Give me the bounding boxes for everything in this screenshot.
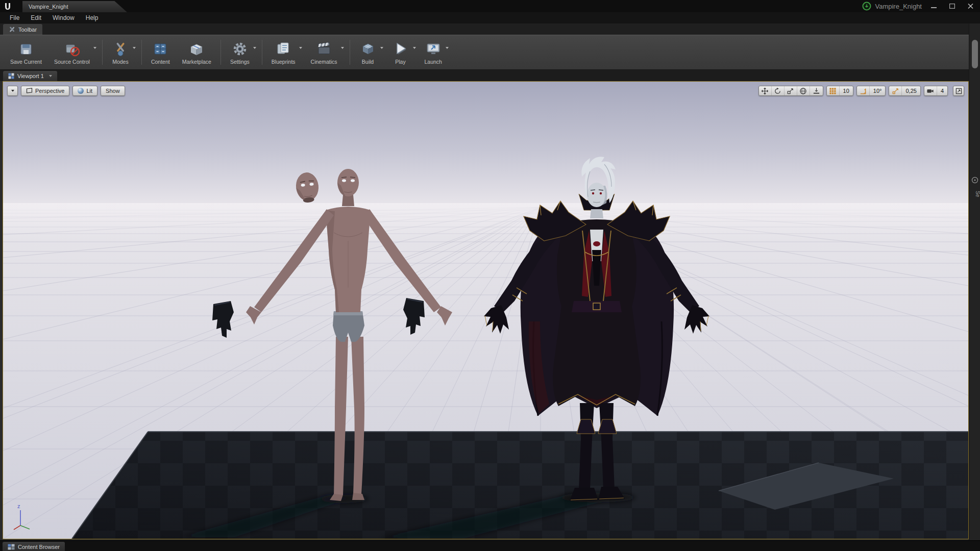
toolbar-button-label: Blueprints	[272, 59, 296, 65]
viewport-tab[interactable]: Viewport 1	[3, 71, 57, 81]
dock-drag-handle[interactable]	[972, 40, 978, 68]
play-button[interactable]: Play	[386, 37, 419, 67]
camera-speed-value[interactable]: 4	[937, 86, 947, 95]
titlebar: Vampire_Knight Vampire_Knight	[0, 0, 980, 12]
settings-button[interactable]: Settings	[224, 37, 259, 67]
perspective-button[interactable]: Perspective	[21, 86, 69, 96]
toolbar-button-label: Launch	[425, 59, 442, 65]
viewport-options-button[interactable]	[7, 86, 18, 96]
toolbar-separator	[141, 40, 142, 65]
window-close-button[interactable]	[964, 2, 977, 11]
angle-snap-toggle[interactable]	[857, 86, 870, 95]
build-icon	[359, 40, 377, 58]
window-minimize-button[interactable]	[927, 2, 940, 11]
viewport-maximize-button[interactable]	[953, 86, 964, 96]
sky	[3, 82, 968, 209]
axis-gizmo: z	[11, 502, 42, 533]
toolbar-button-label: Cinematics	[311, 59, 337, 65]
grid-snap-toggle[interactable]	[827, 86, 840, 95]
chevron-down-icon[interactable]	[93, 47, 96, 49]
source-control-button[interactable]: Source Control	[48, 37, 99, 67]
content-icon	[152, 40, 169, 58]
titlebar-right: Vampire_Knight	[862, 0, 980, 12]
maximize-viewport-icon	[955, 88, 962, 94]
toolbar-tab[interactable]: Toolbar	[3, 24, 42, 35]
scale-tool-button[interactable]	[785, 86, 797, 95]
translate-tool-button[interactable]	[759, 86, 772, 95]
save-current-button[interactable]: Save Current	[4, 37, 48, 67]
marketplace-button[interactable]: Marketplace	[176, 37, 217, 67]
blueprints-button[interactable]: Blueprints	[265, 37, 305, 67]
toolbar-buttons-row: Save Current Source Control Modes	[0, 35, 969, 70]
modes-icon	[112, 40, 129, 58]
grid-snap-group: 10	[826, 86, 853, 96]
chevron-down-icon[interactable]	[446, 47, 449, 49]
content-browser-tab[interactable]: Content Browser	[3, 542, 65, 551]
content-button[interactable]: Content	[145, 37, 176, 67]
project-tab[interactable]: Vampire_Knight	[22, 1, 127, 12]
save-icon	[17, 40, 35, 58]
toolbar-separator	[262, 40, 262, 65]
launch-button[interactable]: Launch	[419, 37, 451, 67]
angle-snap-value[interactable]: 10°	[870, 86, 886, 95]
chevron-down-icon[interactable]	[49, 75, 52, 77]
chevron-down-icon	[11, 90, 14, 92]
rotate-tool-button[interactable]	[772, 86, 785, 95]
collapsed-tab-icon[interactable]	[971, 177, 978, 184]
menu-help[interactable]: Help	[80, 13, 104, 23]
project-tab-label: Vampire_Knight	[29, 4, 68, 10]
close-icon	[968, 4, 973, 9]
axis-z-label: z	[17, 503, 20, 509]
scale-snap-value[interactable]: 0,25	[902, 86, 920, 95]
collapsed-tab-label[interactable]: Se	[969, 191, 980, 197]
chevron-down-icon[interactable]	[299, 47, 302, 49]
perspective-label: Perspective	[35, 88, 64, 94]
scale-snap-toggle[interactable]	[889, 86, 902, 95]
toolbar-button-label: Play	[395, 59, 405, 65]
toolbar-button-label: Marketplace	[182, 59, 211, 65]
chevron-down-icon[interactable]	[253, 47, 256, 49]
surface-snapping-button[interactable]	[810, 86, 823, 95]
status-green-icon	[862, 2, 871, 11]
marketplace-icon	[188, 40, 205, 58]
project-name-label: Vampire_Knight	[875, 3, 922, 10]
angle-snap-group: 10°	[856, 86, 886, 96]
unreal-logo-icon[interactable]	[0, 0, 15, 12]
menu-bar: File Edit Window Help	[0, 12, 980, 23]
content-browser-label: Content Browser	[18, 544, 60, 550]
toolbar-tab-icon	[9, 26, 15, 33]
scale-snap-group: 0,25	[889, 86, 920, 96]
perspective-icon	[26, 88, 33, 94]
toolbar-panel: Toolbar Save Current Source Control	[0, 23, 969, 70]
chevron-down-icon[interactable]	[133, 47, 136, 49]
camera-speed-group: 4	[924, 86, 948, 96]
project-status[interactable]: Vampire_Knight	[862, 2, 922, 11]
cinematics-button[interactable]: Cinematics	[305, 37, 347, 67]
world-coordinate-button[interactable]	[797, 86, 810, 95]
toolbar-separator	[350, 40, 350, 65]
toolbar-tab-label: Toolbar	[18, 27, 37, 33]
window-maximize-button[interactable]	[945, 2, 959, 11]
menu-file[interactable]: File	[4, 13, 25, 23]
chevron-down-icon[interactable]	[341, 47, 344, 49]
show-label: Show	[106, 88, 120, 94]
maximize-icon	[949, 4, 955, 9]
grid-snap-value[interactable]: 10	[840, 86, 853, 95]
horizon-fog	[3, 203, 968, 240]
menu-edit[interactable]: Edit	[25, 13, 47, 23]
modes-button[interactable]: Modes	[106, 37, 138, 67]
toolbar-button-label: Settings	[230, 59, 250, 65]
chevron-down-icon[interactable]	[380, 47, 383, 49]
lit-button[interactable]: Lit	[72, 86, 97, 96]
viewport-left-controls: Perspective Lit Show	[7, 86, 125, 96]
toolbar-separator	[102, 40, 103, 65]
menu-window[interactable]: Window	[47, 13, 80, 23]
lit-label: Lit	[86, 88, 92, 94]
blueprints-icon	[275, 40, 292, 58]
camera-speed-icon[interactable]	[924, 86, 937, 95]
build-button[interactable]: Build	[353, 37, 386, 67]
show-button[interactable]: Show	[101, 86, 125, 96]
lit-sphere-icon	[78, 88, 84, 94]
viewport-3d[interactable]: Perspective Lit Show	[3, 81, 969, 539]
chevron-down-icon[interactable]	[413, 47, 416, 49]
